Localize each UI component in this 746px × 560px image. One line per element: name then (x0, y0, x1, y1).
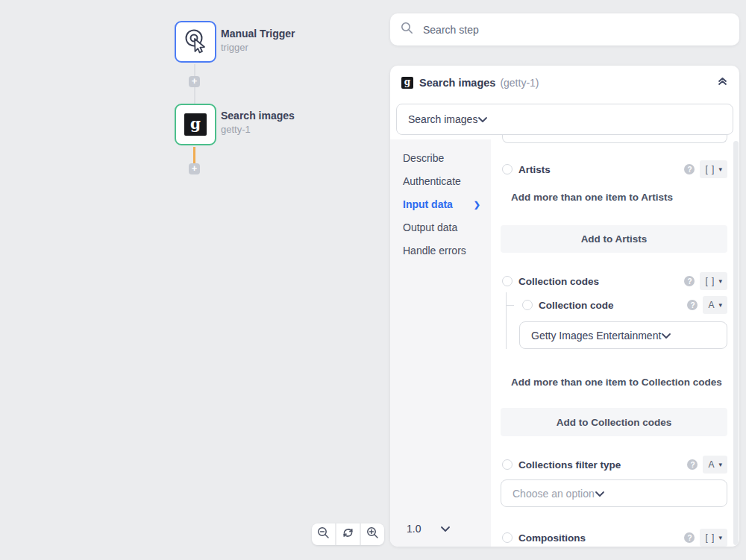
panel-header: g Search images (getty-1) (390, 66, 739, 99)
help-icon[interactable] (687, 300, 698, 310)
type-selector-compositions[interactable]: [ ] (700, 529, 727, 547)
radio-collections-filter-type[interactable] (502, 459, 513, 470)
radio-collection-codes[interactable] (502, 276, 513, 286)
help-icon[interactable] (684, 276, 695, 286)
type-selector-collection-codes[interactable]: [ ] (700, 272, 727, 290)
double-chevron-up-icon (717, 75, 728, 89)
cutoff-field (502, 135, 727, 143)
caret-down-icon (718, 461, 722, 468)
search-step-input[interactable] (423, 24, 729, 36)
panel-step-tag: (getty-1) (500, 77, 539, 89)
add-step-button[interactable] (189, 163, 200, 174)
collections-filter-type-select[interactable]: Choose an option (501, 479, 727, 507)
chevron-right-icon (474, 193, 480, 216)
type-selector-collections-filter-type[interactable]: A (703, 456, 727, 474)
help-icon[interactable] (684, 164, 695, 174)
scrollbar[interactable] (733, 141, 739, 545)
caret-down-icon (718, 301, 722, 309)
help-icon[interactable] (684, 532, 695, 543)
tab-input-data[interactable]: Input data (390, 193, 491, 216)
chevron-down-icon (440, 526, 451, 532)
panel-title: Search images (419, 77, 495, 89)
node-manual-trigger[interactable] (175, 21, 216, 63)
field-collection-codes: Collection codes [ ] (502, 272, 727, 290)
field-hint: Add more than one item to Artists (511, 192, 673, 203)
add-to-collection-codes-button[interactable]: Add to Collection codes (501, 408, 727, 436)
field-hint: Add more than one item to Collection cod… (511, 377, 722, 388)
zoom-in-button[interactable] (361, 523, 384, 545)
field-collection-code: Collection code A (522, 296, 727, 314)
tab-output-data[interactable]: Output data (390, 216, 491, 239)
workflow-editor: Manual Trigger trigger g Search images g… (0, 0, 746, 560)
nesting-guide-tick (506, 305, 514, 306)
radio-compositions[interactable] (502, 532, 513, 543)
version-selector[interactable]: 1.0 (390, 523, 491, 535)
help-icon[interactable] (687, 459, 698, 470)
search-icon (401, 22, 413, 37)
node-label-search-images: Search images getty-1 (221, 110, 295, 135)
node-title: Manual Trigger (221, 28, 295, 40)
reset-zoom-icon (342, 526, 354, 542)
node-title: Search images (221, 110, 295, 122)
caret-down-icon (718, 277, 722, 285)
panel-body: Describe Authenticate Input data Output … (390, 139, 739, 547)
step-search-bar (390, 13, 739, 45)
action-select[interactable]: Search images (396, 104, 733, 135)
tab-handle-errors[interactable]: Handle errors (390, 239, 491, 262)
field-artists: Artists [ ] (502, 160, 727, 178)
node-search-images[interactable]: g (175, 104, 216, 145)
add-to-artists-button[interactable]: Add to Artists (501, 225, 727, 253)
zoom-in-icon (366, 526, 379, 542)
zoom-out-icon (317, 526, 330, 542)
getty-icon: g (401, 77, 413, 89)
collection-code-select[interactable]: Getty Images Entertainment (519, 321, 727, 349)
caret-down-icon (718, 534, 722, 541)
type-selector-artists[interactable]: [ ] (700, 160, 727, 178)
node-label-manual-trigger: Manual Trigger trigger (221, 28, 295, 53)
getty-icon: g (184, 113, 207, 136)
chevron-down-icon (661, 329, 671, 342)
radio-collection-code[interactable] (522, 300, 533, 310)
connector-line-active (193, 147, 195, 163)
radio-artists[interactable] (502, 164, 513, 174)
manual-trigger-icon (182, 27, 209, 57)
node-subtitle: trigger (221, 42, 295, 53)
field-compositions: Compositions [ ] (502, 529, 727, 547)
input-data-content: Artists [ ] Add more than one item to Ar… (491, 139, 739, 547)
caret-down-icon (718, 166, 722, 173)
add-step-button[interactable] (189, 76, 200, 87)
type-selector-collection-code[interactable]: A (703, 296, 727, 314)
field-collections-filter-type: Collections filter type A (502, 456, 727, 474)
panel-tabs-sidebar: Describe Authenticate Input data Output … (390, 139, 491, 547)
reset-zoom-button[interactable] (336, 523, 360, 545)
canvas-zoom-toolbar (312, 523, 384, 545)
tab-authenticate[interactable]: Authenticate (390, 170, 491, 193)
zoom-out-button[interactable] (312, 523, 335, 545)
chevron-down-icon (595, 487, 605, 500)
chevron-down-icon (477, 113, 488, 126)
node-subtitle: getty-1 (221, 124, 295, 135)
nesting-guide-line (506, 292, 507, 349)
tab-describe[interactable]: Describe (390, 147, 491, 170)
step-config-panel: g Search images (getty-1) Search images (390, 66, 739, 547)
version-label: 1.0 (407, 523, 421, 535)
collapse-panel-button[interactable] (717, 75, 728, 89)
